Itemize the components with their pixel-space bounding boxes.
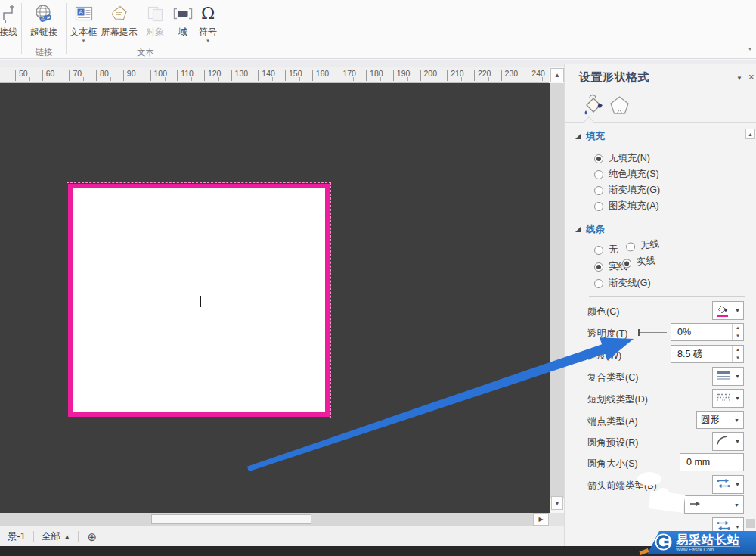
ribbon: 接线 超链接 A 文本框 ▾ (0, 0, 756, 59)
spin-down-icon[interactable]: ▼ (733, 332, 743, 340)
ruler-tick-mark (96, 70, 97, 81)
ruler-tick-mark (528, 70, 528, 81)
dash-type-row: 短划线类型(D) ▼ (565, 388, 756, 410)
radio-solid-fill[interactable]: 纯色填充(S) (594, 168, 659, 181)
object-icon (141, 2, 169, 25)
scroll-right-button[interactable]: ▶ (533, 513, 549, 526)
compound-type-dropdown[interactable]: ▼ (712, 367, 744, 386)
ruler-tick-mark (177, 70, 178, 81)
scroll-up-button[interactable]: ▲ (550, 68, 564, 82)
fill-section-header[interactable]: 填充 (575, 130, 605, 143)
cap-type-dropdown[interactable]: 圆形 ▼ (696, 411, 744, 429)
format-shape-pane: 设置形状格式 ▼ × 填充 无填充(N) 纯色填充(S) 渐变填充(G) (564, 64, 756, 546)
pane-title: 设置形状格式 (579, 70, 649, 85)
line-width-spinner[interactable]: 8.5 磅 ▲▼ (671, 345, 744, 363)
ribbon-divider (225, 3, 225, 54)
radio-gradient-line[interactable]: 渐变线(G) (594, 277, 651, 290)
arrow-begin-type-dropdown[interactable]: ▼ (712, 475, 744, 494)
ruler-tick-mark (488, 77, 489, 81)
radio-no-line[interactable]: 无 (594, 244, 618, 256)
line-color-button[interactable]: ▼ (712, 301, 744, 320)
add-page-button[interactable]: ⊕ (88, 531, 98, 542)
pane-close-icon[interactable]: × (748, 71, 754, 82)
ribbon-button-screentip[interactable]: 屏幕提示 (99, 1, 139, 48)
transparency-spinner[interactable]: 0% ▲▼ (671, 323, 744, 341)
ruler-tick-mark (380, 77, 381, 81)
corner-size-row: 圆角大小(S) 0 mm (565, 452, 756, 474)
pane-scrollbar-thumb[interactable] (746, 519, 755, 528)
spinner-buttons[interactable]: ▲▼ (732, 346, 743, 362)
ribbon-button-connector[interactable]: 接线 (0, 1, 20, 48)
current-color-swatch (717, 315, 728, 317)
text-cursor (200, 296, 201, 307)
ribbon-button-textbox[interactable]: A 文本框 ▾ (68, 1, 99, 48)
ruler-tick-mark (231, 70, 232, 81)
selected-shape-rectangle[interactable] (68, 184, 330, 417)
ribbon-collapse-icon[interactable]: ▾ (748, 45, 751, 52)
ruler-tick-mark (366, 70, 367, 81)
ruler-tick-mark (461, 77, 462, 81)
corner-preset-dropdown[interactable]: ▼ (712, 432, 744, 451)
arrow-size-icon (689, 499, 701, 511)
spinner-buttons[interactable]: ▲▼ (732, 324, 743, 340)
fill-line-bucket-icon[interactable] (581, 93, 605, 120)
ribbon-group-links: 链接 (23, 47, 64, 58)
color-bucket-icon (716, 304, 729, 317)
ribbon-button-label: 文本框 (68, 26, 99, 37)
collapse-triangle-icon (575, 134, 581, 139)
dropdown-arrow-icon: ▾ (194, 38, 222, 44)
arrow-ends-icon (716, 477, 731, 492)
svg-text:A: A (79, 8, 83, 16)
corner-size-input[interactable]: 0 mm (680, 453, 744, 471)
line-section-header[interactable]: 线条 (575, 223, 605, 236)
ribbon-button-field[interactable]: 域 (171, 1, 195, 48)
spin-up-icon[interactable]: ▲ (733, 346, 743, 354)
view-all-pages-button[interactable]: 全部 (42, 530, 60, 543)
horizontal-ruler[interactable]: 5060708090100110120130140150160170180190… (0, 67, 549, 83)
dash-lines-icon (716, 392, 731, 405)
dropdown-arrow-icon: ▼ (735, 374, 740, 379)
spin-down-icon[interactable]: ▼ (733, 354, 743, 362)
ruler-tick-mark (29, 77, 30, 81)
scroll-down-button[interactable]: ▼ (551, 496, 563, 510)
dash-type-dropdown[interactable]: ▼ (712, 389, 744, 408)
easck-logo-icon (655, 533, 672, 553)
radio-icon (594, 154, 603, 163)
width-row: 宽度(W) 8.5 磅 ▲▼ (565, 344, 756, 366)
ribbon-button-label: 对象 (141, 26, 169, 37)
ruler-tick-mark (204, 70, 205, 81)
textbox-icon: A (68, 2, 99, 25)
statusbar-divider (78, 531, 79, 542)
radio-gradient-fill[interactable]: 渐变填充(G) (594, 184, 660, 197)
document-canvas[interactable] (0, 83, 550, 513)
dropdown-arrow-icon: ▼ (735, 308, 740, 313)
corner-size-value: 0 mm (686, 457, 710, 467)
ruler-tick-mark (218, 77, 219, 81)
spin-up-icon[interactable]: ▲ (733, 324, 743, 332)
radio-icon (594, 186, 603, 195)
effects-pentagon-icon[interactable] (609, 95, 630, 118)
pane-menu-arrow-icon[interactable]: ▼ (736, 75, 742, 82)
vertical-scrollbar[interactable] (550, 83, 564, 498)
arrow-begin-size-dropdown[interactable]: ▼ (684, 495, 744, 514)
ribbon-button-label: 符号 (194, 26, 222, 37)
page-list-arrow-icon[interactable]: ▲ (64, 533, 70, 540)
ruler-tick-mark (420, 70, 421, 81)
radio-icon (594, 262, 603, 272)
pane-scroll-up-button[interactable]: ▲ (745, 129, 755, 139)
page-tab[interactable]: 景-1 (8, 530, 26, 543)
ruler-tick-mark (138, 77, 138, 81)
dropdown-arrow-icon: ▼ (735, 482, 740, 487)
ribbon-button-hyperlink[interactable]: 超链接 (23, 1, 64, 48)
transparency-slider[interactable] (640, 332, 667, 333)
ruler-tick-mark (150, 70, 151, 81)
horizontal-scrollbar-thumb[interactable] (151, 514, 311, 524)
ruler-tick-mark (353, 77, 354, 81)
ribbon-button-symbol[interactable]: Ω 符号 ▾ (194, 1, 222, 48)
corner-curve-icon (716, 434, 730, 449)
radio-no-fill[interactable]: 无填充(N) (594, 152, 650, 165)
ruler-tick-mark (339, 70, 339, 81)
radio-pattern-fill[interactable]: 图案填充(A) (594, 200, 659, 213)
connector-icon (0, 2, 20, 25)
ruler-tick-mark (123, 70, 124, 81)
